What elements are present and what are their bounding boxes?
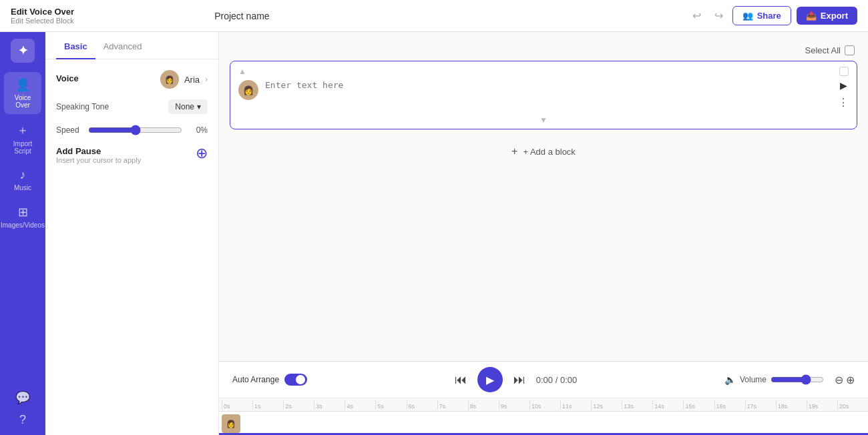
ruler-mark: 2s (283, 400, 314, 410)
speaking-tone-label: Speaking Tone (56, 102, 109, 111)
main-body: ✦ 👤 Voice Over ＋ Import Script ♪ Music ⊞… (0, 32, 868, 435)
sidebar-item-import-script[interactable]: ＋ Import Script (4, 117, 41, 160)
tab-advanced[interactable]: Advanced (95, 32, 150, 59)
player-row: Auto Arrange ⏮ ▶ ⏭ 0:00 / 0:00 (219, 362, 868, 398)
skip-back-button[interactable]: ⏮ (455, 373, 467, 387)
skip-forward-icon: ⏭ (513, 373, 525, 387)
add-pause-title: Add Pause (56, 146, 141, 156)
vo-text-input[interactable] (265, 79, 831, 105)
ruler-marks: 0s1s2s3s4s5s6s7s8s9s10s11s12s13s14s15s16… (219, 400, 868, 410)
vo-block: ▲ 👩 ▶ ⋮ ▼ (230, 61, 857, 129)
share-button[interactable]: 👥 Share (732, 6, 791, 25)
left-panel: Basic Advanced Voice 👩 Aria › (45, 32, 219, 435)
bottom-bar: Auto Arrange ⏮ ▶ ⏭ 0:00 / 0:00 (219, 361, 868, 435)
sidebar-item-voice-over[interactable]: 👤 Voice Over (4, 72, 41, 114)
vo-block-chevron-up-icon[interactable]: ▲ (238, 67, 246, 76)
ruler-mark: 6s (407, 400, 437, 410)
images-videos-icon: ⊞ (18, 205, 28, 220)
ruler-mark: 3s (314, 400, 345, 410)
import-script-icon: ＋ (17, 122, 29, 138)
add-pause-subtitle: Insert your cursor to apply (56, 156, 141, 164)
speed-section: Speed 0% (56, 125, 208, 135)
speed-label: Speed (56, 125, 83, 135)
ruler-mark: 20s (837, 400, 868, 410)
time-display: 0:00 / 0:00 (536, 375, 577, 385)
help-icon[interactable]: ? (19, 413, 26, 427)
play-icon: ▶ (486, 374, 494, 386)
export-button[interactable]: 📤 Export (797, 7, 857, 25)
volume-area: 🔈 Volume (724, 374, 824, 385)
voice-section: Voice 👩 Aria › (56, 70, 208, 89)
zoom-out-button[interactable]: ⊖ (835, 374, 843, 386)
ruler-mark: 1s (252, 400, 283, 410)
ruler-mark: 17s (745, 400, 776, 410)
timeline-ruler: 0s1s2s3s4s5s6s7s8s9s10s11s12s13s14s15s16… (219, 398, 868, 411)
tab-basic[interactable]: Basic (56, 32, 95, 59)
player-controls: ⏮ ▶ ⏭ 0:00 / 0:00 (315, 367, 716, 392)
add-pause-text: Add Pause Insert your cursor to apply (56, 146, 141, 164)
ruler-mark: 14s (652, 400, 683, 410)
voice-over-icon: 👤 (15, 77, 30, 92)
ruler-mark: 16s (714, 400, 745, 410)
undo-button[interactable]: ↩ (688, 7, 705, 25)
logo-icon: ✦ (18, 43, 28, 58)
export-icon: 📤 (806, 11, 817, 21)
auto-arrange-label: Auto Arrange (232, 375, 279, 384)
dropdown-arrow-icon: ▾ (197, 102, 201, 111)
sidebar-item-images-videos[interactable]: ⊞ Images/Videos (4, 199, 41, 234)
skip-forward-button[interactable]: ⏭ (513, 373, 525, 387)
vo-block-checkbox[interactable] (839, 67, 849, 76)
auto-arrange: Auto Arrange (232, 374, 307, 386)
ruler-mark: 0s (222, 400, 252, 410)
add-pause-row: Add Pause Insert your cursor to apply ⊕ (56, 146, 208, 164)
vo-block-top: ▲ (230, 61, 857, 79)
speed-slider[interactable] (88, 125, 182, 135)
header-edit-info: Edit Voice Over Edit Selected Block (11, 7, 74, 25)
vo-more-button[interactable]: ⋮ (838, 96, 849, 109)
panel-content: Voice 👩 Aria › Speaking Tone None (45, 59, 218, 435)
speaking-tone-section: Speaking Tone None ▾ (56, 99, 208, 114)
panel-tabs: Basic Advanced (45, 32, 218, 59)
voice-label: Voice (56, 73, 79, 83)
voice-over-label: Voice Over (7, 94, 39, 109)
volume-icon: 🔈 (724, 374, 736, 385)
add-pause-button[interactable]: ⊕ (196, 146, 208, 161)
music-icon: ♪ (20, 168, 26, 182)
auto-arrange-toggle[interactable] (284, 374, 307, 386)
vo-block-actions: ▶ ⋮ (838, 80, 849, 109)
volume-slider[interactable] (771, 374, 824, 385)
voice-selector[interactable]: 👩 Aria › (160, 70, 208, 89)
header-actions: ↩ ↪ 👥 Share 📤 Export (688, 6, 857, 25)
vo-block-inner: 👩 ▶ ⋮ (230, 79, 857, 114)
add-block-row[interactable]: + + Add a block (230, 136, 857, 167)
sidebar-item-music[interactable]: ♪ Music (4, 163, 41, 197)
main-content: Select All ▲ 👩 ▶ ⋮ (219, 32, 868, 435)
redo-button[interactable]: ↪ (710, 7, 727, 25)
icon-nav: ✦ 👤 Voice Over ＋ Import Script ♪ Music ⊞… (0, 32, 45, 435)
app-logo: ✦ (11, 39, 35, 63)
zoom-in-button[interactable]: ⊕ (846, 374, 855, 386)
ruler-mark: 11s (560, 400, 591, 410)
import-script-label: Import Script (7, 140, 39, 155)
play-button[interactable]: ▶ (477, 367, 503, 392)
ruler-mark: 8s (468, 400, 499, 410)
content-area: Select All ▲ 👩 ▶ ⋮ (219, 32, 868, 361)
chat-icon[interactable]: 💬 (15, 390, 30, 405)
track-thumbnail: 👩 (222, 414, 240, 433)
select-all-checkbox[interactable] (845, 45, 855, 55)
vo-block-chevron-down-icon[interactable]: ▼ (539, 115, 548, 125)
ruler-mark: 13s (622, 400, 652, 410)
voice-name: Aria (184, 75, 200, 85)
edit-selected-block-subtitle: Edit Selected Block (11, 17, 74, 25)
select-all-label: Select All (805, 45, 841, 55)
timeline-track[interactable]: 👩 (219, 411, 868, 435)
vo-play-button[interactable]: ▶ (840, 80, 847, 91)
export-label: Export (821, 11, 848, 21)
edit-voiceover-title: Edit Voice Over (11, 7, 74, 17)
speaking-tone-dropdown[interactable]: None ▾ (168, 99, 208, 114)
ruler-mark: 18s (776, 400, 807, 410)
speed-value: 0% (188, 125, 208, 135)
top-header: Edit Voice Over Edit Selected Block Proj… (0, 0, 868, 32)
add-pause-section: Add Pause Insert your cursor to apply ⊕ (56, 146, 208, 164)
voice-row: Voice 👩 Aria › (56, 70, 208, 89)
